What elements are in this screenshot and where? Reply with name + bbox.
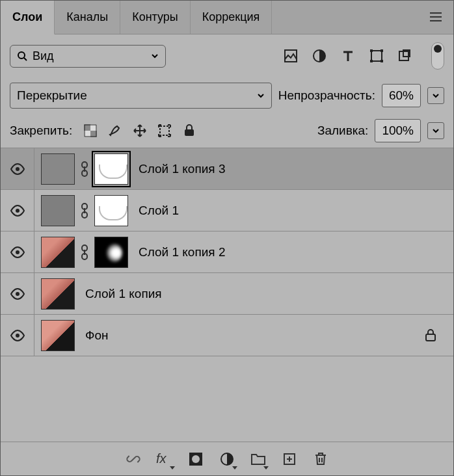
layer-content: Слой 1 копия 2 (34, 237, 453, 268)
svg-rect-6 (370, 60, 373, 62)
lock-position-icon[interactable] (132, 123, 148, 139)
svg-point-27 (16, 334, 20, 337)
filter-smart-icon[interactable] (397, 47, 414, 64)
layer-content: Слой 1 копия 3 (34, 153, 453, 185)
delete-layer-icon[interactable] (312, 450, 330, 468)
layer-row[interactable]: Слой 1 копия 2 (1, 231, 453, 273)
lock-icon[interactable] (425, 329, 436, 342)
chevron-down-icon (151, 52, 159, 60)
lock-pixels-icon[interactable] (107, 123, 123, 139)
layer-name[interactable]: Слой 1 (139, 204, 179, 218)
mask-link-icon[interactable] (79, 244, 90, 261)
tab-paths[interactable]: Контуры (120, 1, 191, 34)
tab-adjustments[interactable]: Коррекция (191, 1, 273, 34)
svg-point-26 (16, 292, 20, 296)
svg-point-17 (16, 167, 20, 171)
layers-list: Слой 1 копия 3Слой 1Слой 1 копия 2Слой 1… (1, 148, 453, 442)
add-mask-icon[interactable] (187, 450, 205, 468)
svg-rect-28 (426, 334, 435, 341)
layer-thumbnail[interactable] (41, 153, 75, 185)
layer-filter-select[interactable]: Вид (10, 45, 166, 68)
layer-content: Слой 1 (34, 195, 453, 226)
filter-type-icon[interactable] (340, 47, 356, 64)
eye-icon (10, 330, 25, 341)
mask-thumbnail[interactable] (94, 153, 128, 185)
opacity-label[interactable]: Непрозрачность: (278, 88, 375, 103)
layer-name[interactable]: Слой 1 копия (85, 287, 162, 301)
layer-thumbnail[interactable] (41, 195, 75, 226)
layer-row[interactable]: Слой 1 копия (1, 273, 453, 315)
svg-rect-16 (185, 129, 194, 136)
blend-mode-value: Перекрытие (17, 88, 87, 103)
search-icon (17, 51, 27, 61)
visibility-toggle[interactable] (1, 148, 34, 189)
eye-icon (10, 163, 25, 175)
layer-effects-icon[interactable]: fx (155, 450, 174, 468)
mask-link-icon[interactable] (79, 161, 90, 178)
lock-label: Закрепить: (10, 124, 72, 138)
svg-text:fx: fx (156, 451, 167, 466)
layer-row[interactable]: Слой 1 (1, 190, 453, 231)
mask-thumbnail[interactable] (94, 237, 128, 268)
fill-input[interactable]: 100% (375, 119, 421, 142)
svg-rect-5 (381, 49, 383, 52)
layer-row[interactable]: Слой 1 копия 3 (1, 148, 453, 190)
layer-thumbnail[interactable] (41, 237, 75, 268)
layer-content: Фон (34, 320, 453, 351)
eye-icon (10, 288, 25, 300)
svg-rect-7 (381, 60, 383, 62)
tab-layers[interactable]: Слои (1, 1, 55, 34)
blend-mode-row: Перекрытие Непрозрачность: 60% (1, 77, 453, 114)
lock-transparent-icon[interactable] (83, 123, 98, 139)
panel-menu-icon[interactable] (429, 10, 443, 24)
new-adjustment-icon[interactable] (218, 450, 236, 468)
layer-name[interactable]: Слой 1 копия 3 (139, 162, 225, 176)
lock-icons (83, 123, 197, 139)
lock-artboard-icon[interactable] (157, 123, 172, 139)
link-layers-icon[interactable] (124, 450, 142, 468)
new-layer-icon[interactable] (280, 450, 299, 468)
chevron-down-icon (257, 92, 265, 99)
layer-thumbnail[interactable] (41, 320, 75, 351)
layer-name[interactable]: Фон (85, 328, 109, 343)
svg-point-0 (18, 52, 25, 59)
visibility-toggle[interactable] (1, 315, 34, 356)
layer-row[interactable]: Фон (1, 315, 453, 356)
filter-adjustment-icon[interactable] (311, 47, 328, 64)
new-group-icon[interactable] (249, 450, 267, 468)
filter-toggle[interactable] (431, 42, 444, 70)
svg-point-31 (192, 455, 200, 463)
tab-channels[interactable]: Каналы (55, 1, 120, 34)
visibility-toggle[interactable] (1, 273, 34, 314)
opacity-input[interactable]: 60% (382, 84, 421, 107)
visibility-toggle[interactable] (1, 231, 34, 272)
lock-row: Закрепить: Заливка: 100% (1, 114, 453, 148)
filter-pixel-icon[interactable] (282, 47, 299, 64)
fill-slider-toggle[interactable] (427, 122, 444, 139)
layers-panel: Слои Каналы Контуры Коррекция Вид (0, 0, 454, 476)
eye-icon (10, 205, 25, 217)
svg-rect-3 (371, 51, 382, 61)
view-toolbar: Вид (1, 34, 453, 77)
blend-mode-select[interactable]: Перекрытие (10, 83, 272, 109)
layer-thumbnail[interactable] (41, 278, 75, 310)
fill-label[interactable]: Заливка: (317, 124, 368, 138)
filter-shape-icon[interactable] (368, 47, 385, 64)
eye-icon (10, 246, 25, 258)
panel-tabs: Слои Каналы Контуры Коррекция (1, 1, 453, 34)
mask-thumbnail[interactable] (94, 195, 128, 226)
svg-rect-4 (370, 49, 373, 52)
layer-content: Слой 1 копия (34, 278, 453, 310)
visibility-toggle[interactable] (1, 190, 34, 231)
svg-rect-15 (160, 126, 169, 135)
lock-all-icon[interactable] (181, 123, 197, 139)
svg-point-20 (16, 209, 20, 213)
opacity-slider-toggle[interactable] (427, 87, 444, 104)
layer-name[interactable]: Слой 1 копия 2 (139, 245, 225, 259)
svg-point-23 (16, 250, 20, 254)
view-label: Вид (33, 49, 54, 63)
bottom-toolbar: fx (1, 442, 453, 475)
mask-link-icon[interactable] (79, 202, 90, 219)
